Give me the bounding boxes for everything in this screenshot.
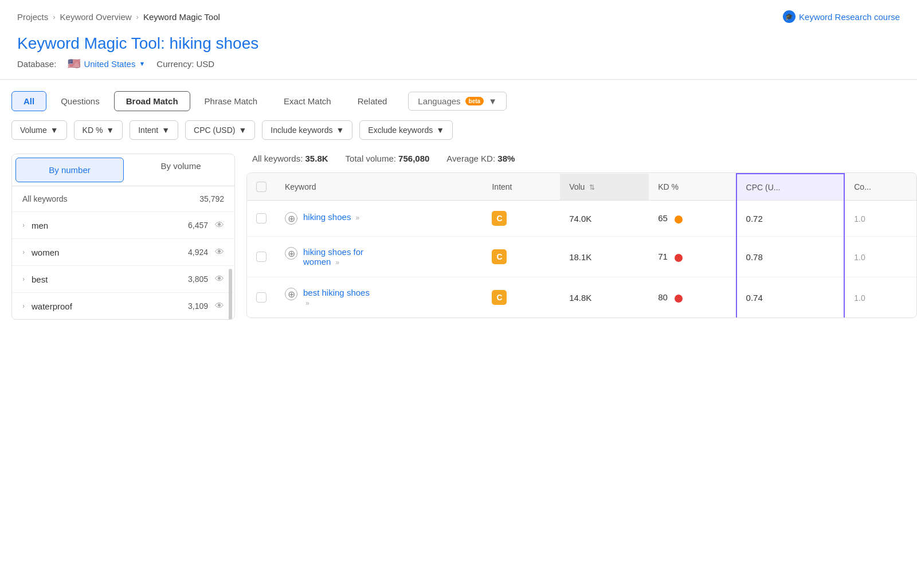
intent-badge: C bbox=[492, 290, 507, 305]
keywords-table: Keyword Intent Volu ⇅ KD % CPC (U... Co.… bbox=[247, 173, 916, 317]
sidebar-toggle: By number By volume bbox=[12, 154, 234, 186]
database-value: United States bbox=[84, 59, 135, 69]
filter-cpc-chevron-icon: ▼ bbox=[238, 126, 246, 135]
kd-dot-icon bbox=[675, 254, 683, 262]
languages-chevron-icon: ▼ bbox=[488, 96, 497, 106]
intent-badge: C bbox=[492, 211, 507, 226]
beta-badge: beta bbox=[465, 97, 484, 105]
row-intent-cell: C bbox=[483, 237, 560, 277]
row-comp-cell: 1.0 bbox=[844, 277, 916, 318]
row-checkbox[interactable] bbox=[256, 213, 267, 224]
double-arrow-icon: » bbox=[305, 299, 309, 307]
sidebar-scrollbar[interactable] bbox=[229, 269, 232, 320]
eye-icon[interactable]: 👁 bbox=[215, 247, 224, 257]
filter-volume[interactable]: Volume ▼ bbox=[11, 120, 67, 140]
stats-total-volume-value: 756,080 bbox=[398, 154, 429, 163]
breadcrumb-projects[interactable]: Projects bbox=[17, 12, 48, 22]
toggle-by-number[interactable]: By number bbox=[15, 158, 124, 182]
page-title: Keyword Magic Tool: hiking shoes bbox=[17, 34, 900, 53]
double-arrow-icon: » bbox=[356, 214, 360, 222]
tab-broad-match[interactable]: Broad Match bbox=[114, 91, 190, 111]
filter-intent-chevron-icon: ▼ bbox=[162, 126, 170, 135]
keyword-cell: ⊕ hiking shoes forwomen » bbox=[285, 247, 473, 266]
stats-total-volume-label: Total volume: bbox=[346, 154, 399, 163]
row-kd-cell: 65 bbox=[649, 201, 736, 237]
keyword-link[interactable]: hiking shoes forwomen » bbox=[303, 247, 363, 266]
select-all-checkbox[interactable] bbox=[256, 182, 267, 192]
query-term: hiking shoes bbox=[170, 34, 259, 52]
row-kd-cell: 80 bbox=[649, 277, 736, 318]
filter-include-keywords[interactable]: Include keywords ▼ bbox=[262, 120, 352, 140]
row-checkbox-cell bbox=[247, 277, 276, 318]
breadcrumb-keyword-overview[interactable]: Keyword Overview bbox=[60, 12, 132, 22]
filter-exclude-keywords[interactable]: Exclude keywords ▼ bbox=[359, 120, 453, 140]
sidebar-header-row: All keywords 35,792 bbox=[12, 186, 234, 211]
keyword-link[interactable]: hiking shoes » bbox=[303, 212, 359, 222]
col-keyword: Keyword bbox=[276, 174, 483, 201]
database-selector[interactable]: 🇺🇸 United States ▼ bbox=[68, 57, 145, 70]
intent-badge: C bbox=[492, 249, 507, 264]
filter-kd-chevron-icon: ▼ bbox=[106, 126, 114, 135]
sidebar-item-best[interactable]: › best 3,805 👁 bbox=[12, 265, 234, 292]
row-checkbox-cell bbox=[247, 237, 276, 277]
filter-kd[interactable]: KD % ▼ bbox=[74, 120, 123, 140]
tab-related[interactable]: Related bbox=[346, 91, 399, 111]
sidebar-item-label: men bbox=[32, 221, 188, 230]
table-row: ⊕ hiking shoes » C 74.0K 65 0 bbox=[247, 201, 916, 237]
row-volume-cell: 18.1K bbox=[560, 237, 649, 277]
sidebar-item-label: waterproof bbox=[32, 301, 188, 311]
filter-include-chevron-icon: ▼ bbox=[336, 126, 344, 135]
toggle-by-volume[interactable]: By volume bbox=[127, 154, 234, 186]
tab-all[interactable]: All bbox=[11, 91, 46, 111]
filter-intent[interactable]: Intent ▼ bbox=[130, 120, 178, 140]
eye-icon[interactable]: 👁 bbox=[215, 301, 224, 311]
eye-icon[interactable]: 👁 bbox=[215, 220, 224, 230]
sort-icon: ⇅ bbox=[589, 183, 595, 191]
flag-icon: 🇺🇸 bbox=[68, 57, 80, 70]
sidebar-list: All keywords 35,792 › men 6,457 👁 › wome… bbox=[12, 186, 234, 319]
col-kd: KD % bbox=[649, 174, 736, 201]
sidebar-item-count: 4,924 bbox=[188, 248, 208, 257]
sidebar-item-men[interactable]: › men 6,457 👁 bbox=[12, 211, 234, 238]
stats-avg-kd-value: 38% bbox=[497, 154, 515, 163]
table-wrapper: Keyword Intent Volu ⇅ KD % CPC (U... Co.… bbox=[246, 173, 917, 318]
row-checkbox[interactable] bbox=[256, 252, 267, 262]
eye-icon[interactable]: 👁 bbox=[215, 274, 224, 284]
col-volume[interactable]: Volu ⇅ bbox=[560, 174, 649, 201]
database-label: Database: bbox=[17, 59, 56, 69]
tab-questions[interactable]: Questions bbox=[49, 91, 112, 111]
row-checkbox-cell bbox=[247, 201, 276, 237]
keyword-link[interactable]: best hiking shoes» bbox=[303, 288, 370, 307]
row-comp-cell: 1.0 bbox=[844, 237, 916, 277]
row-checkbox[interactable] bbox=[256, 292, 267, 303]
row-cpc-cell: 0.72 bbox=[736, 201, 845, 237]
stats-total-volume: Total volume: 756,080 bbox=[346, 154, 430, 163]
row-volume-cell: 74.0K bbox=[560, 201, 649, 237]
filter-cpc[interactable]: CPC (USD) ▼ bbox=[185, 120, 255, 140]
add-keyword-button[interactable]: ⊕ bbox=[285, 288, 297, 300]
content-area: By number By volume All keywords 35,792 … bbox=[0, 154, 917, 320]
tab-languages[interactable]: Languages beta ▼ bbox=[408, 92, 507, 111]
kd-dot-icon bbox=[675, 295, 683, 303]
course-icon: 🎓 bbox=[783, 10, 795, 23]
chevron-right-icon: › bbox=[22, 275, 25, 283]
filter-volume-label: Volume bbox=[20, 126, 47, 135]
languages-label: Languages bbox=[418, 96, 460, 106]
row-keyword-cell: ⊕ hiking shoes » bbox=[276, 201, 483, 237]
row-cpc-cell: 0.74 bbox=[736, 277, 845, 318]
add-keyword-button[interactable]: ⊕ bbox=[285, 247, 297, 260]
course-link[interactable]: 🎓 Keyword Research course bbox=[783, 10, 900, 23]
filter-kd-label: KD % bbox=[83, 126, 103, 135]
stats-bar: All keywords: 35.8K Total volume: 756,08… bbox=[246, 154, 917, 173]
page-wrapper: Projects › Keyword Overview › Keyword Ma… bbox=[0, 0, 917, 588]
stats-all-keywords: All keywords: 35.8K bbox=[252, 154, 328, 163]
tab-phrase-match[interactable]: Phrase Match bbox=[193, 91, 270, 111]
tab-exact-match[interactable]: Exact Match bbox=[272, 91, 343, 111]
sidebar-item-waterproof[interactable]: › waterproof 3,109 👁 bbox=[12, 292, 234, 319]
row-keyword-cell: ⊕ best hiking shoes» bbox=[276, 277, 483, 318]
sidebar-item-women[interactable]: › women 4,924 👁 bbox=[12, 238, 234, 265]
row-intent-cell: C bbox=[483, 277, 560, 318]
col-comp: Co... bbox=[844, 174, 916, 201]
add-keyword-button[interactable]: ⊕ bbox=[285, 212, 297, 225]
sidebar-header-label: All keywords bbox=[22, 194, 68, 203]
